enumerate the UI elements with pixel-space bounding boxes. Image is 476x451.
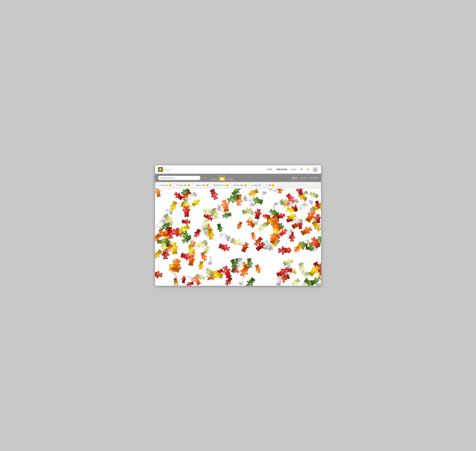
nav-home[interactable]: HOME [267,168,272,170]
chevron-icon: ▾ [169,184,172,187]
chevron-icon: ▾ [244,184,247,187]
filter-label: Media/End Use [213,184,226,186]
chevron-icon: ▾ [226,184,229,187]
nav-links: HOME CREATIVES BLOG [267,167,318,172]
svg-point-0 [301,168,302,170]
search-button[interactable] [203,175,208,180]
filter-label: $ - $$$ [266,184,271,186]
filter-label: Unique Skills [195,184,205,186]
logo-icon [158,167,163,172]
profiles-label: Profiles [227,178,234,180]
filter-media-end-use[interactable]: Media/End Use▾ [211,183,231,187]
toggle-slider [219,177,225,181]
inquire-link[interactable]: Inquire [300,177,306,179]
filter-focus-area[interactable]: Focus Area▾ [157,183,174,187]
filter-label: Phoode Tags [233,184,244,186]
filter-location[interactable]: Location▾ [249,183,263,187]
chevron-icon: ▾ [206,184,209,187]
chevron-icon: ▾ [259,184,261,187]
nav-actions: Dig in Inquire My profile [292,177,318,179]
filter-label: Focus Area [159,184,169,186]
filter-phoode-tags[interactable]: Phoode Tags▾ [231,183,249,187]
notification-dot [307,169,309,170]
top-nav: phoode® HOME CREATIVES BLOG [155,165,321,174]
projects-label: Projects [210,178,217,180]
nav-creatives[interactable]: CREATIVES [276,168,287,170]
search-toggle[interactable] [219,177,225,181]
search-input[interactable] [160,177,199,179]
search-by-label: Search by [218,175,226,177]
dig-in-link[interactable]: Dig in [292,177,297,179]
search-row: Search by Projects Profiles Dig in Inqui… [155,174,321,182]
search-input-wrap [158,176,200,180]
main-content [155,189,321,286]
search-by-area: Search by Projects Profiles [210,175,234,181]
chevron-icon: ▾ [188,184,191,187]
search-button-icon [204,177,206,179]
my-profile-link[interactable]: My profile [309,177,318,179]
logo-area: phoode® [158,167,172,172]
filter-row: Focus Area▾Creative Style▾Unique Skills▾… [155,182,321,189]
user-avatar[interactable] [313,167,318,172]
logo-registered: ® [170,168,172,169]
chevron-icon: ▾ [272,184,274,187]
user-icon [314,168,317,171]
nav-blog[interactable]: BLOG [291,168,297,170]
logo-word: phoode [163,169,170,171]
filter-label: Creative Style [176,184,188,186]
search-icon[interactable] [300,168,303,171]
filter-creative-style[interactable]: Creative Style▾ [174,183,192,187]
toggle-row: Projects Profiles [210,177,234,181]
filter-price[interactable]: $ - $$$▾ [264,183,276,187]
svg-line-1 [302,170,303,170]
logo-text: phoode® [163,167,172,172]
hero-image [155,189,321,286]
filter-label: Location [251,184,258,186]
browser-window: phoode® HOME CREATIVES BLOG [155,165,321,286]
gummy-bears-image [155,189,321,286]
filter-unique-skills[interactable]: Unique Skills▾ [193,183,210,187]
